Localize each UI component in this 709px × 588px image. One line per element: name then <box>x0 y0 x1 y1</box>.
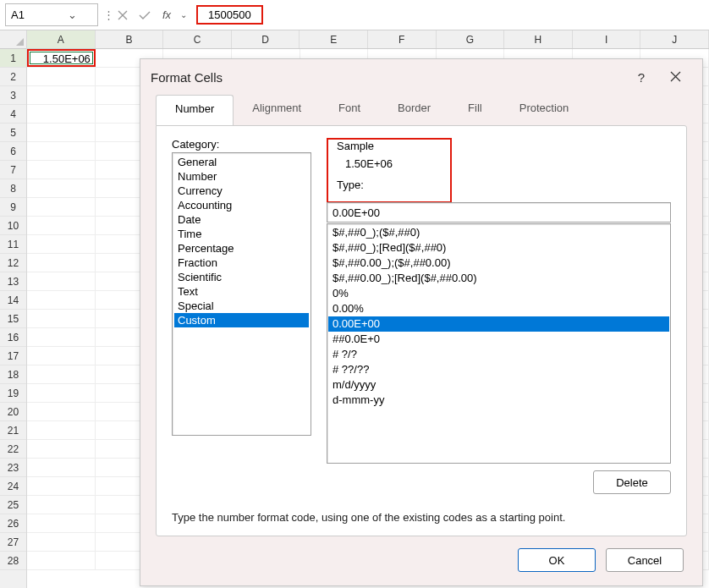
cell-a13[interactable] <box>27 272 96 290</box>
row-header-9[interactable]: 9 <box>0 198 26 217</box>
row-header-26[interactable]: 26 <box>0 514 26 533</box>
column-header-c[interactable]: C <box>163 30 232 48</box>
cell-a25[interactable] <box>27 496 96 514</box>
row-header-28[interactable]: 28 <box>0 552 26 570</box>
category-item-special[interactable]: Special <box>174 299 309 313</box>
cell-a11[interactable] <box>27 235 96 253</box>
row-header-22[interactable]: 22 <box>0 440 26 459</box>
row-header-8[interactable]: 8 <box>0 179 26 198</box>
cell-a1[interactable]: 1.50E+06 <box>27 49 96 67</box>
format-item[interactable]: $#,##0_);($#,##0) <box>328 225 669 240</box>
cell-a15[interactable] <box>27 310 96 327</box>
category-item-currency[interactable]: Currency <box>174 184 309 198</box>
format-item[interactable]: $#,##0_);[Red]($#,##0) <box>328 240 669 256</box>
row-header-10[interactable]: 10 <box>0 217 26 235</box>
category-item-time[interactable]: Time <box>174 227 309 241</box>
category-item-date[interactable]: Date <box>174 212 309 227</box>
row-header-24[interactable]: 24 <box>0 477 26 496</box>
row-header-17[interactable]: 17 <box>0 347 26 365</box>
enter-formula-icon[interactable] <box>134 4 156 26</box>
tab-protection[interactable]: Protection <box>501 95 588 125</box>
cell-a22[interactable] <box>27 440 96 458</box>
format-item[interactable]: # ??/?? <box>328 362 669 377</box>
row-header-20[interactable]: 20 <box>0 403 26 421</box>
row-header-16[interactable]: 16 <box>0 328 26 347</box>
category-item-text[interactable]: Text <box>174 284 309 299</box>
cell-a4[interactable] <box>27 105 96 123</box>
format-item[interactable]: # ?/? <box>328 347 669 362</box>
tab-alignment[interactable]: Alignment <box>234 95 320 125</box>
category-item-fraction[interactable]: Fraction <box>174 256 309 270</box>
column-header-e[interactable]: E <box>300 30 368 48</box>
row-header-21[interactable]: 21 <box>0 421 26 440</box>
cell-a3[interactable] <box>27 86 96 104</box>
row-header-27[interactable]: 27 <box>0 533 26 552</box>
format-item[interactable]: m/d/yyyy <box>328 377 669 393</box>
column-header-b[interactable]: B <box>96 30 164 48</box>
column-header-d[interactable]: D <box>232 30 300 48</box>
format-item[interactable]: ##0.0E+0 <box>328 332 669 347</box>
select-all-corner[interactable] <box>0 30 26 49</box>
category-item-number[interactable]: Number <box>174 169 309 184</box>
ok-button[interactable]: OK <box>518 548 596 572</box>
format-code-list[interactable]: $#,##0_);($#,##0)$#,##0_);[Red]($#,##0)$… <box>327 223 671 464</box>
format-item[interactable]: d-mmm-yy <box>328 393 669 408</box>
column-header-i[interactable]: I <box>573 30 641 48</box>
delete-button[interactable]: Delete <box>593 470 671 494</box>
cell-a14[interactable] <box>27 291 96 309</box>
category-item-scientific[interactable]: Scientific <box>174 270 309 284</box>
format-item[interactable]: 0.00E+00 <box>328 316 669 332</box>
row-header-25[interactable]: 25 <box>0 496 26 514</box>
cell-a27[interactable] <box>27 533 96 551</box>
row-header-3[interactable]: 3 <box>0 86 26 105</box>
chevron-down-icon[interactable]: ⌄ <box>52 8 92 21</box>
column-header-h[interactable]: H <box>504 30 573 48</box>
type-input[interactable] <box>327 202 671 223</box>
row-header-5[interactable]: 5 <box>0 124 26 142</box>
row-header-23[interactable]: 23 <box>0 459 26 477</box>
cell-a16[interactable] <box>27 328 96 346</box>
formula-value[interactable]: 1500500 <box>196 5 263 25</box>
cell-a6[interactable] <box>27 142 96 160</box>
row-header-15[interactable]: 15 <box>0 310 26 328</box>
format-item[interactable]: $#,##0.00_);[Red]($#,##0.00) <box>328 271 669 286</box>
cell-a23[interactable] <box>27 459 96 476</box>
cell-a5[interactable] <box>27 124 96 141</box>
format-item[interactable]: 0% <box>328 286 669 301</box>
cell-a9[interactable] <box>27 198 96 216</box>
cell-a28[interactable] <box>27 552 96 569</box>
fx-icon[interactable]: fx <box>156 8 178 21</box>
cell-a8[interactable] <box>27 179 96 197</box>
cancel-button[interactable]: Cancel <box>606 548 684 572</box>
cell-a20[interactable] <box>27 403 96 420</box>
cell-a7[interactable] <box>27 161 96 179</box>
cell-a26[interactable] <box>27 514 96 532</box>
row-header-2[interactable]: 2 <box>0 68 26 86</box>
cell-a18[interactable] <box>27 365 96 383</box>
category-item-percentage[interactable]: Percentage <box>174 241 309 256</box>
tab-fill[interactable]: Fill <box>449 95 501 125</box>
row-header-7[interactable]: 7 <box>0 161 26 179</box>
category-list[interactable]: GeneralNumberCurrencyAccountingDateTimeP… <box>172 152 311 436</box>
row-header-14[interactable]: 14 <box>0 291 26 310</box>
category-item-accounting[interactable]: Accounting <box>174 198 309 212</box>
cell-a10[interactable] <box>27 217 96 234</box>
cell-a17[interactable] <box>27 347 96 365</box>
help-icon[interactable]: ? <box>624 70 658 85</box>
format-item[interactable]: $#,##0.00_);($#,##0.00) <box>328 256 669 271</box>
row-header-18[interactable]: 18 <box>0 365 26 384</box>
formula-expand-icon[interactable]: ⌄ <box>178 10 190 19</box>
column-header-j[interactable]: J <box>640 30 709 48</box>
cell-a12[interactable] <box>27 254 96 272</box>
column-header-g[interactable]: G <box>437 30 505 48</box>
row-header-1[interactable]: 1 <box>0 49 26 68</box>
row-header-6[interactable]: 6 <box>0 142 26 161</box>
column-header-a[interactable]: A <box>27 30 96 48</box>
row-header-11[interactable]: 11 <box>0 235 26 254</box>
cell-a2[interactable] <box>27 68 96 85</box>
tab-number[interactable]: Number <box>156 95 234 125</box>
row-header-19[interactable]: 19 <box>0 384 26 403</box>
cancel-formula-icon[interactable] <box>112 4 134 26</box>
row-header-13[interactable]: 13 <box>0 272 26 291</box>
close-icon[interactable] <box>658 70 692 85</box>
